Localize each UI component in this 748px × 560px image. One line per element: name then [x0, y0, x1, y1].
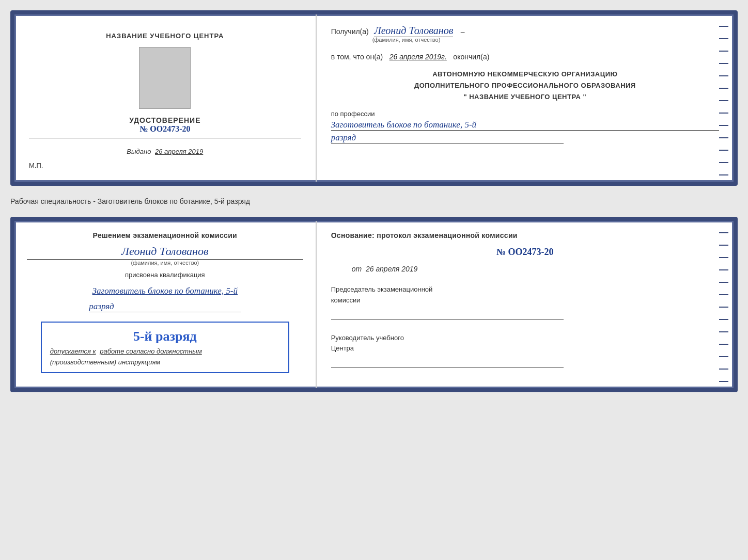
- cert-title-block: УДОСТОВЕРЕНИЕ № OO2473-20: [129, 116, 200, 134]
- protocol-number: № OO2473-20: [331, 247, 719, 258]
- director-line1: Руководитель учебного: [331, 333, 719, 344]
- chairman-line2: комиссии: [331, 295, 719, 306]
- org-block: АВТОНОМНУЮ НЕКОММЕРЧЕСКУЮ ОРГАНИЗАЦИЮ ДО…: [331, 69, 719, 103]
- stamp-underline: работе согласно должностным: [100, 347, 201, 355]
- issued-date: 26 апреля 2019: [155, 148, 203, 155]
- specialty-label: Рабочая специальность - Заготовитель бло…: [10, 195, 738, 207]
- protocol-date: от 26 апреля 2019: [331, 265, 719, 273]
- confirm-date: 26 апреля 2019г.: [389, 53, 447, 61]
- org-line2: ДОПОЛНИТЕЛЬНОГО ПРОФЕССИОНАЛЬНОГО ОБРАЗО…: [331, 80, 719, 91]
- mp-label: М.П.: [29, 162, 43, 169]
- confirm-prefix: в том, что он(а): [331, 53, 383, 61]
- card2-right: Основание: протокол экзаменационной коми…: [317, 221, 734, 388]
- stamp-italic-line: (производственным) инструкциям: [50, 358, 280, 366]
- profession-label: по профессии: [331, 110, 719, 118]
- name-sublabel-1: (фамилия, имя, отчество): [372, 37, 719, 43]
- issued-line: Выдано 26 апреля 2019: [127, 148, 203, 155]
- decision-text: Решением экзаменационной комиссии: [93, 231, 237, 239]
- chairman-signature: [331, 309, 564, 319]
- profession-block: по профессии Заготовитель блоков по бота…: [331, 110, 719, 143]
- stamp-box: 5-й разряд допускается к работе согласно…: [41, 322, 289, 373]
- document-card-1: НАЗВАНИЕ УЧЕБНОГО ЦЕНТРА УДОСТОВЕРЕНИЕ №…: [10, 10, 738, 186]
- document-card-2: Решением экзаменационной комиссии Леонид…: [10, 217, 738, 392]
- chairman-title: Председатель экзаменационной комиссии: [331, 284, 719, 306]
- card2-left: Решением экзаменационной комиссии Леонид…: [14, 221, 317, 388]
- stamp-line1: допускается к: [50, 347, 96, 355]
- profession-name: Заготовитель блоков по ботанике, 5-й: [331, 120, 719, 131]
- card1-left: НАЗВАНИЕ УЧЕБНОГО ЦЕНТРА УДОСТОВЕРЕНИЕ №…: [14, 14, 317, 182]
- card1-right: Получил(а) Леонид Толованов – (фамилия, …: [317, 14, 734, 182]
- confirm-block: в том, что он(а) 26 апреля 2019г. окончи…: [331, 52, 719, 61]
- cert-number: № OO2473-20: [129, 124, 200, 134]
- date-prefix: от: [352, 265, 362, 273]
- divider-1: [29, 138, 301, 138]
- director-line2: Центра: [331, 343, 719, 354]
- photo-placeholder: [139, 47, 191, 109]
- recipient-block: Получил(а) Леонид Толованов – (фамилия, …: [331, 25, 719, 43]
- issued-label: Выдано: [127, 148, 151, 155]
- cert-title: УДОСТОВЕРЕНИЕ: [129, 116, 200, 124]
- confirm-suffix: окончил(а): [453, 53, 489, 61]
- date-value: 26 апреля 2019: [366, 265, 417, 273]
- page-wrapper: НАЗВАНИЕ УЧЕБНОГО ЦЕНТРА УДОСТОВЕРЕНИЕ №…: [10, 10, 738, 392]
- name-sublabel-2: (фамилия, имя, отчество): [27, 260, 303, 266]
- director-title: Руководитель учебного Центра: [331, 333, 719, 355]
- received-prefix: Получил(а): [331, 27, 369, 36]
- chairman-line1: Председатель экзаменационной: [331, 284, 719, 295]
- recipient-name: Леонид Толованов: [374, 25, 453, 37]
- qualification-name: Заготовитель блоков по ботанике, 5-й: [92, 286, 238, 296]
- basis-title: Основание: протокол экзаменационной коми…: [331, 231, 719, 239]
- person-name: Леонид Толованов: [27, 245, 303, 260]
- chairman-block: Председатель экзаменационной комиссии: [331, 284, 719, 319]
- stamp-subtitle: допускается к работе согласно должностны…: [50, 347, 280, 355]
- director-signature: [331, 357, 564, 367]
- stamp-title: 5-й разряд: [50, 329, 280, 344]
- qualification-assigned: присвоена квалификация: [125, 271, 205, 279]
- razryad-line: разряд: [331, 133, 564, 143]
- razryad-second: разряд: [89, 301, 241, 312]
- stamp-italic: (производственным) инструкциям: [50, 358, 161, 366]
- org-line3: " НАЗВАНИЕ УЧЕБНОГО ЦЕНТРА ": [331, 91, 719, 103]
- director-block: Руководитель учебного Центра: [331, 333, 719, 368]
- person-block: Леонид Толованов (фамилия, имя, отчество…: [27, 245, 303, 266]
- org-line1: АВТОНОМНУЮ НЕКОММЕРЧЕСКУЮ ОРГАНИЗАЦИЮ: [331, 69, 719, 80]
- training-center-title: НАЗВАНИЕ УЧЕБНОГО ЦЕНТРА: [106, 32, 224, 40]
